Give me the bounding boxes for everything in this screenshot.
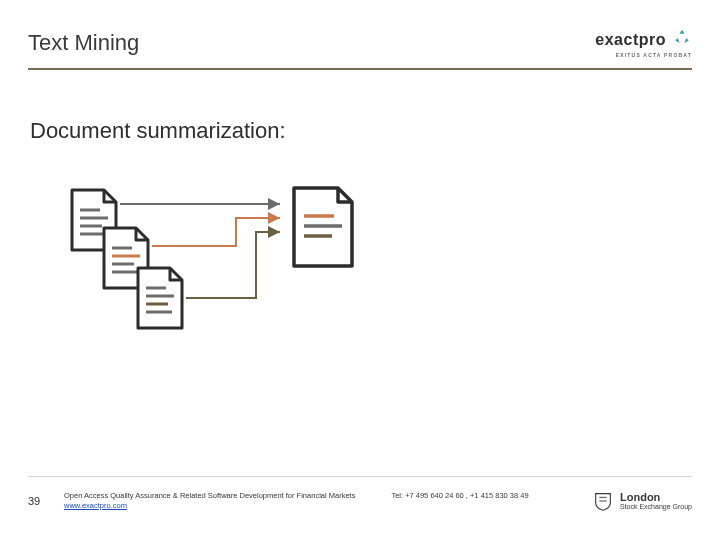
footer: 39 Open Access Quality Assurance & Relat… <box>0 476 720 540</box>
logo-tagline: EXITUS ACTA PROBAT <box>616 53 692 58</box>
lseg-logo: London Stock Exchange Group <box>592 490 692 512</box>
recycle-icon <box>672 28 692 51</box>
footer-description: Open Access Quality Assurance & Related … <box>64 491 355 500</box>
footer-contact: Tel: +7 495 640 24 60 , +1 415 830 38 49 <box>391 491 528 512</box>
slide-title: Text Mining <box>28 30 139 56</box>
lseg-line1: London <box>620 492 692 503</box>
logo-text: exactpro <box>595 32 666 48</box>
header-rule <box>28 68 692 70</box>
source-doc-icon <box>132 266 186 334</box>
coat-of-arms-icon <box>592 490 614 512</box>
section-heading: Document summarization: <box>30 118 692 144</box>
lseg-line2: Stock Exchange Group <box>620 503 692 510</box>
footer-link[interactable]: www.exactpro.com <box>64 501 127 510</box>
page-number: 39 <box>28 495 64 507</box>
summary-doc-icon <box>288 186 358 272</box>
exactpro-logo: exactpro EXITUS ACTA PROBAT <box>595 28 692 58</box>
summarization-diagram <box>66 188 406 368</box>
